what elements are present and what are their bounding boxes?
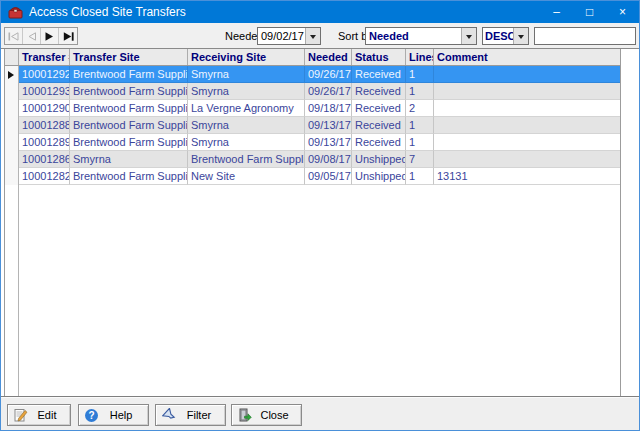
cell[interactable]: 09/18/17	[305, 100, 352, 117]
maximize-button[interactable]: □	[573, 1, 606, 23]
cell[interactable]: New Site	[188, 168, 305, 185]
cell[interactable]: 1	[406, 168, 434, 185]
row-selector[interactable]	[5, 100, 19, 117]
sort-field-value: Needed	[366, 28, 461, 44]
table-row[interactable]: 10001292Brentwood Farm SuppliesSmyrna09/…	[5, 66, 620, 83]
cell[interactable]: 10001292	[19, 66, 70, 83]
cell[interactable]: La Vergne Agronomy	[188, 100, 305, 117]
cell[interactable]: Received	[352, 117, 406, 134]
row-selector[interactable]	[5, 83, 19, 100]
sort-field-dropdown-button[interactable]	[461, 28, 476, 44]
window-title: Access Closed Site Transfers	[29, 1, 540, 23]
cell[interactable]	[434, 100, 620, 117]
help-button-label: Help	[98, 409, 148, 421]
help-icon: ?	[85, 409, 98, 422]
sort-direction-combo[interactable]: DESC	[482, 27, 529, 45]
column-header[interactable]: Needed	[305, 49, 352, 65]
cell[interactable]	[434, 117, 620, 134]
cell[interactable]: 1	[406, 83, 434, 100]
cell[interactable]: Unshipped	[352, 151, 406, 168]
cell[interactable]: 10001282	[19, 168, 70, 185]
table-row[interactable]: 10001290Brentwood Farm SuppliesLa Vergne…	[5, 100, 620, 117]
cell[interactable]: Brentwood Farm Supplies	[70, 168, 188, 185]
cell[interactable]: Smyrna	[188, 134, 305, 151]
cell[interactable]: 1	[406, 134, 434, 151]
cell[interactable]	[434, 66, 620, 83]
cell[interactable]: 10001290	[19, 100, 70, 117]
row-selector[interactable]	[5, 117, 19, 134]
cell[interactable]: Brentwood Farm Supplies	[70, 66, 188, 83]
cell[interactable]: Unshipped	[352, 168, 406, 185]
filter-button[interactable]: Filter	[155, 404, 226, 426]
row-selector[interactable]	[5, 168, 19, 185]
grid-corner-cell	[5, 49, 19, 65]
help-button[interactable]: ? Help	[78, 404, 149, 426]
cell[interactable]: Brentwood Farm Supplies	[188, 151, 305, 168]
cell[interactable]	[434, 134, 620, 151]
cell[interactable]: 1	[406, 66, 434, 83]
cell[interactable]	[434, 151, 620, 168]
cell[interactable]: Smyrna	[188, 66, 305, 83]
cell[interactable]: Received	[352, 134, 406, 151]
column-header-label: Status	[355, 51, 389, 64]
close-window-button[interactable]: ×	[606, 1, 639, 23]
cell[interactable]: Smyrna	[188, 83, 305, 100]
cell[interactable]: Received	[352, 83, 406, 100]
cell[interactable]: 2	[406, 100, 434, 117]
column-header[interactable]: Transfer Site	[70, 49, 188, 65]
cell[interactable]: Received	[352, 100, 406, 117]
column-header[interactable]: Status	[352, 49, 406, 65]
column-header-label: Transfer Site	[73, 51, 140, 64]
column-header[interactable]: Receiving Site	[188, 49, 305, 65]
quick-filter-input[interactable]	[534, 27, 636, 45]
cell[interactable]: Smyrna	[188, 117, 305, 134]
cell[interactable]: 10001288	[19, 117, 70, 134]
edit-button[interactable]: Edit	[7, 404, 71, 426]
row-selector[interactable]	[5, 134, 19, 151]
table-row[interactable]: 10001288Brentwood Farm SuppliesSmyrna09/…	[5, 117, 620, 134]
cell[interactable]: 09/13/17	[305, 134, 352, 151]
edit-button-label: Edit	[28, 409, 70, 421]
column-header[interactable]: Lines	[406, 49, 434, 65]
cell[interactable]: Received	[352, 66, 406, 83]
next-record-button[interactable]	[41, 28, 59, 44]
cell[interactable]: 10001293	[19, 83, 70, 100]
cell[interactable]: Brentwood Farm Supplies	[70, 117, 188, 134]
row-selector[interactable]	[5, 151, 19, 168]
table-row[interactable]: 10001282Brentwood Farm SuppliesNew Site0…	[5, 168, 620, 185]
grid-body: 10001292Brentwood Farm SuppliesSmyrna09/…	[5, 66, 620, 185]
cell[interactable]: 1	[406, 117, 434, 134]
chevron-down-icon	[518, 35, 524, 42]
cell[interactable]: 09/26/17	[305, 83, 352, 100]
cell[interactable]: 7	[406, 151, 434, 168]
cell[interactable]: 09/05/17	[305, 168, 352, 185]
cell[interactable]: Brentwood Farm Supplies	[70, 100, 188, 117]
sort-field-combo[interactable]: Needed	[365, 27, 477, 45]
needed-date-dropdown-button[interactable]	[305, 28, 320, 44]
cell[interactable]: 09/08/17	[305, 151, 352, 168]
cell[interactable]: 13131	[434, 168, 620, 185]
cell[interactable]: 09/26/17	[305, 66, 352, 83]
cell[interactable]: Brentwood Farm Supplies	[70, 83, 188, 100]
table-row[interactable]: 10001293Brentwood Farm SuppliesSmyrna09/…	[5, 83, 620, 100]
sort-direction-dropdown-button[interactable]	[513, 28, 528, 44]
first-record-button[interactable]	[5, 28, 23, 44]
close-button-label: Close	[252, 409, 301, 421]
needed-date-combo[interactable]: 09/02/17	[257, 27, 321, 45]
close-button[interactable]: Close	[231, 404, 302, 426]
cell[interactable]	[434, 83, 620, 100]
last-record-button[interactable]	[59, 28, 77, 44]
column-header[interactable]: Transfer #	[19, 49, 70, 65]
row-selector[interactable]	[5, 66, 19, 83]
minimize-button[interactable]: –	[540, 1, 573, 23]
table-row[interactable]: 10001289Brentwood Farm SuppliesSmyrna09/…	[5, 134, 620, 151]
cell[interactable]: Brentwood Farm Supplies	[70, 134, 188, 151]
cell[interactable]: 10001286	[19, 151, 70, 168]
previous-record-button[interactable]	[23, 28, 41, 44]
cell[interactable]: 09/13/17	[305, 117, 352, 134]
table-row[interactable]: 10001286SmyrnaBrentwood Farm Supplies09/…	[5, 151, 620, 168]
cell[interactable]: Smyrna	[70, 151, 188, 168]
cell[interactable]: 10001289	[19, 134, 70, 151]
column-header[interactable]: Comment	[434, 49, 620, 65]
app-icon	[8, 5, 23, 19]
